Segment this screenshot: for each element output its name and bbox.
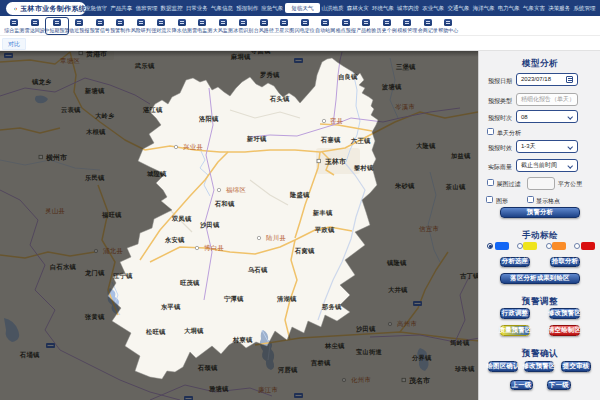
svg-text:博白县: 博白县 bbox=[204, 244, 224, 251]
svg-text:福绵区: 福绵区 bbox=[226, 186, 246, 194]
svg-text:大垌镇: 大垌镇 bbox=[184, 327, 204, 335]
svg-text:六王镇: 六王镇 bbox=[350, 137, 371, 145]
svg-text:黎村镇: 黎村镇 bbox=[353, 164, 374, 172]
svg-text:石头镇: 石头镇 bbox=[269, 95, 290, 103]
svg-text:宁潭镇: 宁潭镇 bbox=[224, 295, 244, 303]
svg-text:乌石镇: 乌石镇 bbox=[247, 266, 268, 274]
svg-text:沙田镇: 沙田镇 bbox=[200, 221, 220, 229]
svg-text:陆川县: 陆川县 bbox=[266, 234, 286, 241]
svg-text:松旺镇: 松旺镇 bbox=[145, 328, 166, 336]
svg-text:新圩镇: 新圩镇 bbox=[246, 135, 267, 143]
svg-text:旺茂镇: 旺茂镇 bbox=[180, 279, 200, 287]
svg-text:石窝镇: 石窝镇 bbox=[294, 247, 315, 255]
svg-text:永安镇: 永安镇 bbox=[164, 236, 185, 244]
svg-text:平政镇: 平政镇 bbox=[314, 226, 335, 234]
svg-text:清湖镇: 清湖镇 bbox=[276, 295, 297, 303]
svg-text:东平镇: 东平镇 bbox=[160, 303, 181, 311]
svg-text:兴业县: 兴业县 bbox=[183, 143, 203, 151]
svg-text:新丰镇: 新丰镇 bbox=[312, 209, 333, 217]
svg-text:石和镇: 石和镇 bbox=[214, 200, 235, 208]
svg-text:隆盛镇: 隆盛镇 bbox=[290, 191, 310, 199]
svg-text:那务镇: 那务镇 bbox=[321, 303, 342, 311]
svg-text:玉林市: 玉林市 bbox=[324, 157, 346, 165]
svg-text:石寨镇: 石寨镇 bbox=[320, 136, 341, 144]
svg-text:洛阳镇: 洛阳镇 bbox=[198, 115, 219, 123]
svg-text:双凤镇: 双凤镇 bbox=[171, 215, 192, 223]
svg-text:容县: 容县 bbox=[330, 117, 343, 125]
